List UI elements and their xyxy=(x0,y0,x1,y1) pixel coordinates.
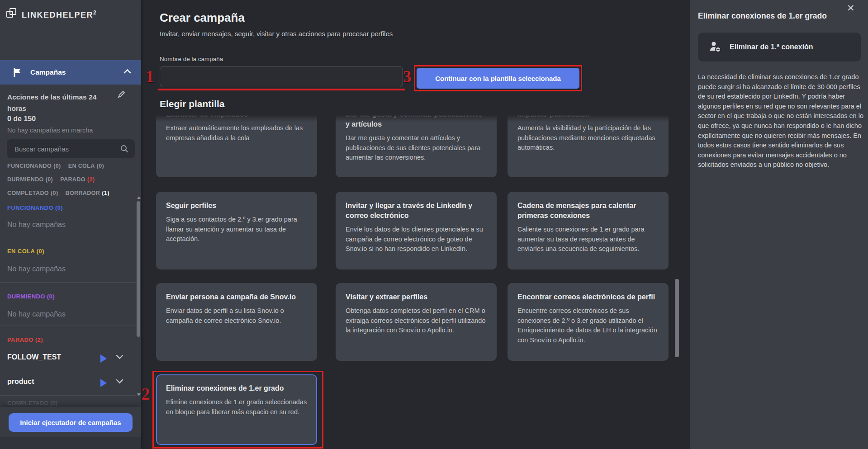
template-card[interactable]: Seguir perfiles Siga a sus contactos de … xyxy=(156,192,317,269)
template-card[interactable]: Enviar persona a campaña de Snov.io Envi… xyxy=(156,283,317,361)
campaign-row-follow-test[interactable]: FOLLOW_TEST xyxy=(0,351,137,366)
annotation-number-3: 3 xyxy=(403,67,412,86)
template-card-desc: Dar me gusta y comentar en artículos y p… xyxy=(346,133,487,163)
template-card-title: Seguir perfiles xyxy=(166,201,307,211)
template-card-selected[interactable]: Eliminar conexiones de 1.er grado Elimin… xyxy=(156,374,317,445)
campaign-search xyxy=(7,139,135,158)
template-card-desc: Enviar datos de perfil a su lista Snov.i… xyxy=(166,306,307,326)
template-card-desc: Encuentre correos electrónicos de sus co… xyxy=(517,306,659,345)
sidebar-item-label: Campañas xyxy=(30,68,66,76)
edit-pencil-icon[interactable] xyxy=(118,90,125,98)
templates-scrollbar[interactable] xyxy=(675,279,679,357)
no-running-campaigns-text: No hay campañas en marcha xyxy=(7,127,93,134)
template-card-title: Enviar persona a campaña de Snov.io xyxy=(166,292,307,302)
filter-parado[interactable]: PARADO(2) xyxy=(60,176,95,183)
search-input[interactable] xyxy=(7,145,120,153)
template-card-title: Visitar y extraer perfiles xyxy=(346,292,487,302)
template-card-title: Cadena de mensajes para calentar primera… xyxy=(517,201,659,221)
filter-durmiendo[interactable]: DURMIENDO(0) xyxy=(7,176,53,183)
template-card-desc: Envíe los datos de los clientes potencia… xyxy=(346,225,487,254)
play-icon[interactable] xyxy=(100,379,107,387)
person-remove-icon xyxy=(709,40,722,54)
sidebar-scrollbar[interactable] xyxy=(137,201,140,337)
campaign-name: product xyxy=(7,378,34,386)
template-card-title: Dar me gusta y comentar publicaciones y … xyxy=(346,115,487,129)
section-durmiendo-label: DURMIENDO (0) xyxy=(7,293,55,300)
template-card[interactable]: Dar me gusta y comentar publicaciones y … xyxy=(336,115,497,177)
template-card-desc: Elimine conexiones de 1.er grado selecci… xyxy=(166,397,307,417)
chevron-down-icon[interactable] xyxy=(116,354,123,359)
template-card-desc: Caliente sus conexiones de 1.er grado pa… xyxy=(517,225,659,254)
page-title: Crear campaña xyxy=(160,11,245,25)
search-icon[interactable] xyxy=(120,145,128,153)
chevron-up-icon[interactable] xyxy=(123,69,131,74)
sidebar-bottom-band xyxy=(0,437,141,449)
sidebar-item-campaigns[interactable]: Campañas xyxy=(0,60,141,85)
filter-en-cola[interactable]: EN COLA(0) xyxy=(68,163,104,169)
template-card-desc: Aumenta la visibilidad y la participació… xyxy=(517,123,659,153)
sidebar: LINKEDHELPER2 Campañas Acciones de las ú… xyxy=(0,0,141,449)
app-logo: LINKEDHELPER2 xyxy=(6,7,97,20)
template-card-desc: Siga a sus contactos de 2.º y 3.er grado… xyxy=(166,215,307,244)
annotation-number-2: 2 xyxy=(142,384,150,404)
choose-template-heading: Elegir plantilla xyxy=(160,99,225,109)
filter-row-1: FUNCIONANDO(0) EN COLA(0) xyxy=(7,163,104,169)
actions-24h-title: Acciones de las últimas 24 horas xyxy=(7,91,112,114)
flag-icon xyxy=(14,68,22,77)
scrollbar-down-arrow[interactable] xyxy=(137,393,141,396)
scrollbar-up-arrow[interactable] xyxy=(137,196,141,199)
panel-description: La necesidad de eliminar sus conexiones … xyxy=(698,72,863,170)
template-card[interactable]: Cadena de mensajes para calentar primera… xyxy=(508,192,669,269)
template-card-desc: Extraer automáticamente los empleados de… xyxy=(166,123,307,143)
template-card-desc: Obtenga datos completos del perfil en el… xyxy=(346,306,487,336)
filter-completado[interactable]: COMPLETADO(0) xyxy=(7,190,58,196)
campaign-row-product[interactable]: product xyxy=(0,375,137,391)
section-completado-label-faded: COMPLETADO (0) xyxy=(7,400,57,406)
filter-row-2: DURMIENDO(0) PARADO(2) xyxy=(7,176,95,183)
divider xyxy=(0,326,137,326)
campaign-name-label: Nombre de la campaña xyxy=(160,56,223,62)
remove-connection-label: Eliminar de 1.ª conexión xyxy=(730,43,813,51)
template-card-title: Impulsar publicación xyxy=(517,115,659,119)
annotation-underline-input xyxy=(158,89,405,90)
chevron-down-icon[interactable] xyxy=(116,379,123,384)
filter-row-3: COMPLETADO(0) BORRADOR(1) xyxy=(7,190,109,196)
linkedhelper-logo-icon xyxy=(6,8,18,20)
remove-connection-action[interactable]: Eliminar de 1.ª conexión xyxy=(698,33,861,61)
divider xyxy=(0,282,137,283)
template-card-title: Eliminar conexiones de 1.er grado xyxy=(166,383,307,393)
campaign-name-input[interactable] xyxy=(160,66,403,87)
filter-borrador[interactable]: BORRADOR(1) xyxy=(65,190,109,196)
template-card[interactable]: Visitar y extraer perfiles Obtenga datos… xyxy=(336,283,497,361)
template-card-title: Extractor de empleados xyxy=(166,115,307,119)
section-en-cola-empty: No hay campañas xyxy=(7,265,66,273)
campaign-name: FOLLOW_TEST xyxy=(7,353,61,361)
section-durmiendo-empty: No hay campañas xyxy=(7,310,66,318)
start-campaign-runner-button[interactable]: Iniciar ejecutador de campañas xyxy=(9,413,133,432)
template-card[interactable]: Encontrar correos electrónicos de perfil… xyxy=(508,283,669,361)
template-card[interactable]: Extractor de empleados Extraer automátic… xyxy=(156,115,317,177)
template-card-title: Invitar y llegar a través de LinkedIn y … xyxy=(346,201,487,221)
divider xyxy=(0,395,137,396)
section-parado-label: PARADO (2) xyxy=(7,336,43,343)
panel-title: Eliminar conexiones de 1.er grado xyxy=(698,11,857,21)
continue-with-template-button[interactable]: Continuar con la plantilla seleccionada xyxy=(417,68,579,89)
section-funcionando-empty: No hay campañas xyxy=(7,221,66,229)
divider xyxy=(0,239,137,239)
templates-scroll-area: Extractor de empleados Extraer automátic… xyxy=(156,115,680,449)
section-funcionando-label: FUNCIONANDO (0) xyxy=(7,204,63,211)
template-card[interactable]: Impulsar publicación Aumenta la visibili… xyxy=(508,115,669,177)
section-en-cola-label: EN COLA (0) xyxy=(7,248,44,255)
template-card-title: Encontrar correos electrónicos de perfil xyxy=(517,292,659,302)
linkedhelper-app: LINKEDHELPER2 Campañas Acciones de las ú… xyxy=(0,0,868,449)
template-card[interactable]: Invitar y llegar a través de LinkedIn y … xyxy=(336,192,497,269)
template-info-panel: ✕ Eliminar conexiones de 1.er grado Elim… xyxy=(690,0,868,449)
annotation-number-1: 1 xyxy=(146,67,154,86)
actions-count: 0 de 150 xyxy=(7,115,36,123)
brand-name: LINKEDHELPER2 xyxy=(22,9,97,20)
play-icon[interactable] xyxy=(100,354,107,363)
filter-funcionando[interactable]: FUNCIONANDO(0) xyxy=(7,163,61,169)
page-subtitle: Invitar, enviar mensajes, seguir, visita… xyxy=(160,30,393,38)
